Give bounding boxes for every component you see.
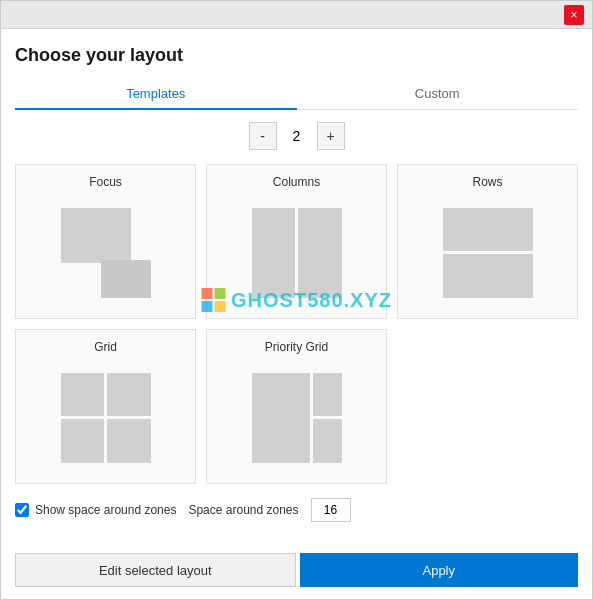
close-button[interactable]: × [564, 5, 584, 25]
layout-card-priority-grid[interactable]: Priority Grid [206, 329, 387, 484]
tab-bar: Templates Custom [15, 78, 578, 110]
layout-card-rows[interactable]: Rows [397, 164, 578, 319]
increment-button[interactable]: + [317, 122, 345, 150]
row-1 [443, 208, 533, 252]
focus-small-pane [101, 260, 151, 298]
footer: Edit selected layout Apply [1, 553, 592, 599]
content-area: Choose your layout Templates Custom - 2 … [1, 29, 592, 553]
grid-visual [61, 373, 151, 463]
main-window: × Choose your layout Templates Custom - … [0, 0, 593, 600]
options-row: Show space around zones Space around zon… [15, 498, 578, 522]
layout-card-grid[interactable]: Grid [15, 329, 196, 484]
rows-preview-area [408, 197, 567, 308]
grid-cell-3 [61, 419, 105, 463]
col-1 [252, 208, 296, 298]
priority-small-cell-1 [313, 373, 342, 417]
col-2 [298, 208, 342, 298]
tab-templates[interactable]: Templates [15, 78, 297, 109]
decrement-button[interactable]: - [249, 122, 277, 150]
priority-main-cell [252, 373, 310, 463]
space-around-input[interactable] [311, 498, 351, 522]
priority-grid-preview-area [217, 362, 376, 473]
edit-layout-button[interactable]: Edit selected layout [15, 553, 296, 587]
priority-grid-visual [252, 373, 342, 463]
title-bar: × [1, 1, 592, 29]
grid-cell-1 [61, 373, 105, 417]
columns-preview-area [217, 197, 376, 308]
priority-small-cell-2 [313, 419, 342, 463]
space-around-label: Space around zones [188, 503, 298, 517]
focus-preview-area [26, 197, 185, 308]
apply-button[interactable]: Apply [300, 553, 579, 587]
show-space-checkbox[interactable] [15, 503, 29, 517]
counter-value: 2 [287, 128, 307, 144]
focus-main-pane [61, 208, 131, 263]
columns-visual [252, 208, 342, 298]
layout-card-focus[interactable]: Focus [15, 164, 196, 319]
grid-cell-2 [107, 373, 151, 417]
counter-row: - 2 + [15, 122, 578, 150]
layout-card-columns[interactable]: Columns [206, 164, 387, 319]
show-space-label[interactable]: Show space around zones [15, 503, 176, 517]
rows-visual [443, 208, 533, 298]
page-title: Choose your layout [15, 45, 578, 66]
tab-custom[interactable]: Custom [297, 78, 579, 109]
row-2 [443, 254, 533, 298]
layout-card-empty [397, 329, 578, 484]
layouts-row-1: Focus Columns Rows [15, 164, 578, 319]
focus-visual [61, 208, 151, 298]
grid-preview-area [26, 362, 185, 473]
layouts-row-2: Grid Priority Grid [15, 329, 578, 484]
grid-cell-4 [107, 419, 151, 463]
